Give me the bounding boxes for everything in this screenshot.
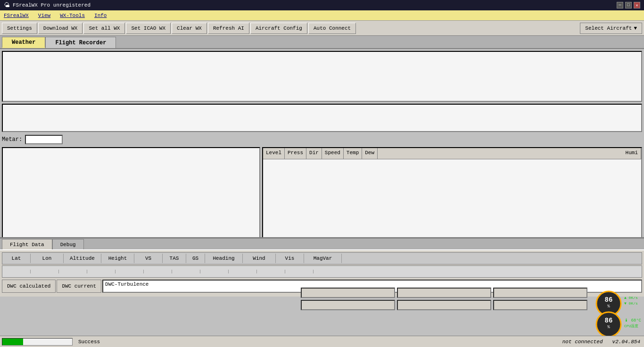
select-aircraft-dropdown-icon: ▼ <box>634 25 637 31</box>
fd-val-lat <box>2 270 31 273</box>
set-icao-wx-button[interactable]: Set ICAO WX <box>126 23 171 34</box>
fd-header-height: Height <box>101 254 134 263</box>
select-aircraft-label: Select Aircraft <box>585 25 632 31</box>
download-wx-button[interactable]: Download WX <box>38 23 83 34</box>
right-input-2b[interactable] <box>397 300 491 310</box>
fd-val-height <box>87 270 116 273</box>
right-input-2c[interactable] <box>493 300 587 310</box>
app-icon: 🌤 <box>4 2 10 9</box>
fd-val-gs <box>172 270 200 273</box>
tab-flight-data[interactable]: Flight Data <box>2 239 52 249</box>
status-bar: Success not connected v2.04.854 <box>0 336 644 347</box>
app-title: FSrealWX Pro unregistered <box>13 2 91 8</box>
col-dew: Dew <box>362 148 378 159</box>
fd-val-wind <box>229 270 257 273</box>
tab-flight-recorder[interactable]: Flight Recorder <box>45 37 116 48</box>
fd-val-magvar <box>285 270 314 273</box>
col-speed: Speed <box>322 148 344 159</box>
refresh-ai-button[interactable]: Refresh AI <box>208 23 249 34</box>
close-button[interactable]: ✕ <box>634 2 640 8</box>
right-input-1b[interactable] <box>397 288 491 298</box>
dwc-turbulence-label: DWC-Turbulence <box>105 281 149 287</box>
status-progress-fill <box>2 339 23 345</box>
right-input-1c[interactable] <box>493 288 587 298</box>
aircraft-config-button[interactable]: Aircraft Config <box>250 23 307 34</box>
settings-button[interactable]: Settings <box>2 23 37 34</box>
left-weather-panel[interactable] <box>2 147 260 247</box>
fd-val-heading <box>200 270 229 273</box>
clear-wx-button[interactable]: Clear WX <box>172 23 207 34</box>
title-bar-controls[interactable]: ─ □ ✕ <box>617 2 640 8</box>
right-input-2a[interactable] <box>301 300 395 310</box>
col-dir: Dir <box>306 148 322 159</box>
fd-header-wind: Wind <box>243 254 276 263</box>
weather-text-area-1[interactable] <box>2 51 642 102</box>
fd-val-lon <box>31 270 59 273</box>
fd-header-altitude: Altitude <box>64 254 101 263</box>
bottom-tab-row: Flight Data Debug <box>0 238 644 249</box>
svg-text:CPU温度: CPU温度 <box>624 324 638 328</box>
metar-input[interactable] <box>25 135 63 144</box>
toolbar: Settings Download WX Set all WX Set ICAO… <box>0 21 644 36</box>
col-humi: Humi <box>623 148 641 159</box>
wind-table-header: Level Press Dir Speed Temp Dew Humi <box>263 148 641 159</box>
col-temp: Temp <box>344 148 362 159</box>
flight-data-headers: Lat Lon Altitude Height VS TAS GS Headin… <box>2 252 642 264</box>
menu-item-fsrealwx[interactable]: FSrealWX <box>2 12 31 19</box>
col-press: Press <box>285 148 306 159</box>
title-bar: 🌤 FSrealWX Pro unregistered ─ □ ✕ <box>0 0 644 10</box>
metar-label: Metar: <box>2 136 22 143</box>
status-text: Success <box>74 339 104 345</box>
fd-val-tas <box>144 270 172 273</box>
fd-header-gs: GS <box>186 254 205 263</box>
fd-val-vs <box>116 270 144 273</box>
select-aircraft-button[interactable]: Select Aircraft ▼ <box>580 23 642 34</box>
dwc-current-button[interactable]: DWC current <box>57 280 101 293</box>
right-weather-panel: Level Press Dir Speed Temp Dew Humi <box>262 147 642 247</box>
set-all-wx-button[interactable]: Set all WX <box>83 23 125 34</box>
menu-item-wxtools[interactable]: WX-Tools <box>58 12 87 19</box>
minimize-button[interactable]: ─ <box>617 2 623 8</box>
main-tab-row: Weather Flight Recorder <box>0 36 644 49</box>
fd-val-vis <box>257 270 285 273</box>
weather-text-area-2[interactable] <box>2 104 642 132</box>
fd-val-altitude <box>59 270 87 273</box>
status-connection: not connected <box>562 339 612 345</box>
fd-header-vs: VS <box>134 254 163 263</box>
flight-data-row <box>2 265 642 278</box>
col-level: Level <box>263 148 285 159</box>
bottom-section: Flight Data Debug Lat Lon Altitude Heigh… <box>0 237 644 324</box>
right-input-group <box>301 288 587 310</box>
tab-debug[interactable]: Debug <box>52 239 84 249</box>
dwc-calculated-button[interactable]: DWC calculated <box>2 280 56 293</box>
metar-row: Metar: <box>2 134 642 145</box>
fd-header-heading: Heading <box>205 254 243 263</box>
fd-header-magvar: MagVar <box>304 254 342 263</box>
flight-data-area: Lat Lon Altitude Height VS TAS GS Headin… <box>0 249 644 297</box>
main-content: Metar: Level Press Dir Speed Temp Dew Hu… <box>0 49 644 248</box>
tab-weather[interactable]: Weather <box>2 37 45 48</box>
menu-item-view[interactable]: View <box>36 12 52 19</box>
status-progress-bar-container <box>2 338 73 346</box>
menu-item-info[interactable]: Info <box>92 12 108 19</box>
fd-header-lat: Lat <box>2 254 31 263</box>
fd-header-tas: TAS <box>163 254 186 263</box>
svg-text:%: % <box>607 325 610 330</box>
fd-header-vis: Vis <box>276 254 304 263</box>
maximize-button[interactable]: □ <box>625 2 632 8</box>
status-version: v2.04.854 <box>612 339 644 345</box>
title-bar-left: 🌤 FSrealWX Pro unregistered <box>4 2 91 9</box>
auto-connect-button[interactable]: Auto Connect <box>308 23 356 34</box>
fd-header-lon: Lon <box>31 254 64 263</box>
weather-panels: Level Press Dir Speed Temp Dew Humi <box>2 147 642 247</box>
menu-bar: FSrealWX View WX-Tools Info <box>0 10 644 21</box>
right-input-1a[interactable] <box>301 288 395 298</box>
